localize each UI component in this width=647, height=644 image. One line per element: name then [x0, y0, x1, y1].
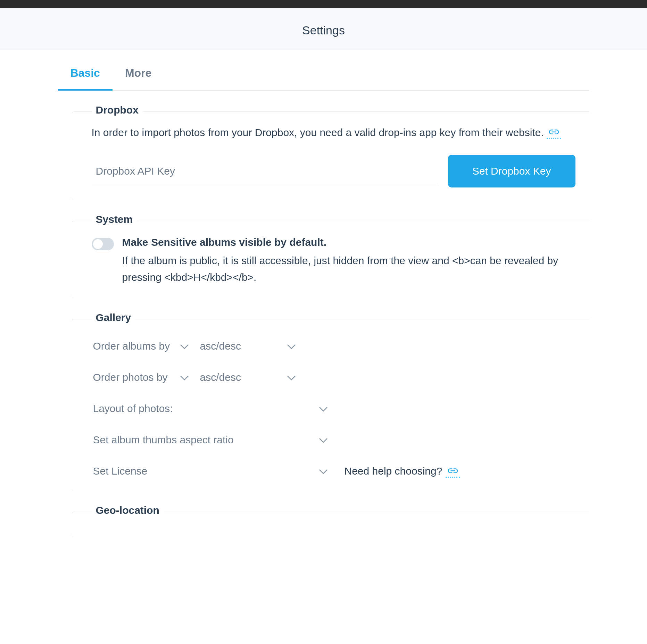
content-container: Basic More Dropbox In order to import ph… — [58, 50, 589, 607]
license-label: Set License — [93, 465, 148, 477]
link-icon — [448, 466, 458, 477]
chevron-down-icon — [287, 340, 296, 352]
aspect-ratio-label: Set album thumbs aspect ratio — [93, 434, 234, 445]
order-albums-select[interactable]: Order albums by — [92, 339, 189, 353]
aspect-ratio-row: Set album thumbs aspect ratio — [92, 433, 575, 447]
license-help-link[interactable] — [446, 465, 460, 478]
layout-photos-select[interactable]: Layout of photos: — [92, 401, 328, 416]
tab-basic[interactable]: Basic — [58, 58, 113, 91]
order-albums-row: Order albums by asc/desc — [92, 339, 575, 353]
section-dropbox: Dropbox In order to import photos from y… — [72, 111, 589, 200]
sensitive-toggle-desc: If the album is public, it is still acce… — [122, 252, 575, 286]
link-icon — [549, 127, 559, 138]
section-legend-geolocation: Geo-location — [92, 504, 164, 516]
sensitive-toggle-title: Make Sensitive albums visible by default… — [122, 236, 575, 248]
sensitive-toggle-content: Make Sensitive albums visible by default… — [122, 236, 575, 286]
order-albums-label: Order albums by — [93, 340, 170, 352]
order-photos-label: Order photos by — [93, 371, 168, 383]
dropbox-api-key-input[interactable] — [92, 158, 438, 185]
layout-photos-row: Layout of photos: — [92, 401, 575, 416]
section-legend-gallery: Gallery — [92, 312, 135, 324]
chevron-down-icon — [319, 403, 328, 415]
set-dropbox-key-button[interactable]: Set Dropbox Key — [448, 155, 575, 187]
sensitive-visible-toggle[interactable] — [92, 238, 114, 250]
section-legend-system: System — [92, 214, 137, 225]
chevron-down-icon — [180, 340, 189, 352]
section-geolocation: Geo-location — [72, 512, 589, 537]
order-photos-direction-select[interactable]: asc/desc — [199, 370, 296, 385]
window-topbar — [0, 0, 647, 8]
chevron-down-icon — [319, 465, 328, 477]
chevron-down-icon — [287, 371, 296, 383]
license-select[interactable]: Set License — [92, 464, 328, 478]
chevron-down-icon — [319, 434, 328, 446]
section-system: System Make Sensitive albums visible by … — [72, 221, 589, 298]
sensitive-toggle-row: Make Sensitive albums visible by default… — [92, 236, 575, 286]
page-title: Settings — [0, 24, 647, 37]
chevron-down-icon — [180, 371, 189, 383]
order-photos-row: Order photos by asc/desc — [92, 370, 575, 385]
tab-more[interactable]: More — [113, 58, 164, 91]
order-albums-direction-label: asc/desc — [200, 340, 241, 352]
aspect-ratio-select[interactable]: Set album thumbs aspect ratio — [92, 433, 328, 447]
license-help: Need help choosing? — [345, 465, 461, 478]
order-photos-select[interactable]: Order photos by — [92, 370, 189, 385]
license-row: Set License Need help choosing? — [92, 464, 575, 478]
license-help-text: Need help choosing? — [345, 465, 442, 477]
order-photos-direction-label: asc/desc — [200, 371, 241, 383]
layout-photos-label: Layout of photos: — [93, 403, 173, 414]
section-legend-dropbox: Dropbox — [92, 104, 143, 116]
section-gallery: Gallery Order albums by asc/desc Order p… — [72, 319, 589, 491]
order-albums-direction-select[interactable]: asc/desc — [199, 339, 296, 353]
tabs: Basic More — [58, 58, 589, 91]
page-header: Settings — [0, 8, 647, 50]
dropbox-description: In order to import photos from your Drop… — [92, 124, 575, 141]
dropbox-help-link[interactable] — [547, 126, 561, 139]
dropbox-input-row: Set Dropbox Key — [92, 155, 575, 187]
